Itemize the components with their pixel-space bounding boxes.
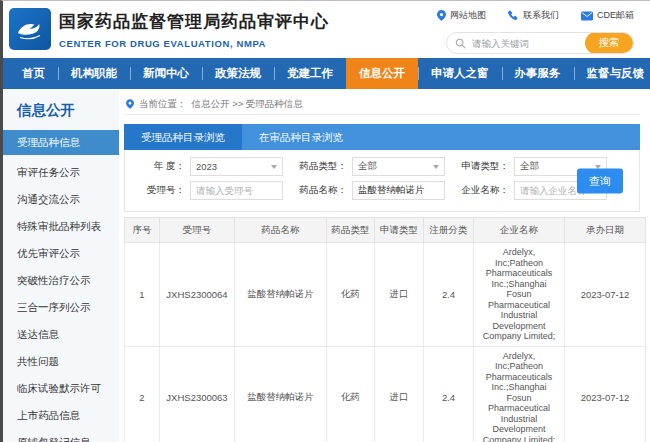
cell-acceptance-no: JXHS2300063 [160,346,235,442]
year-value: 2023 [196,161,217,172]
filter-row-2: 受理号： 药品名称： 企业名称： [131,181,633,200]
sidebar-item-communication[interactable]: 沟通交流公示 [3,186,119,213]
chevron-down-icon [271,165,277,169]
sidebar: 信息公开 受理品种信息 审评任务公示 沟通交流公示 特殊审批品种列表 优先审评公… [3,89,119,442]
filter-row-1: 年 度： 2023 药品类型： 全部 申请类型： 全部 [131,157,633,176]
col-apply-type: 申请类型 [375,218,424,243]
drug-name-field-wrap [352,181,445,200]
col-company: 企业名称 [474,218,565,243]
table-row: 2 JXHS2300063 盐酸替纳帕诺片 化药 进口 2.4 Ardelyx,… [125,346,646,442]
phone-icon [508,10,519,21]
sitemap-link[interactable]: 网站地图 [437,9,486,22]
col-drug-name: 药品名称 [235,218,327,243]
drug-type-select[interactable]: 全部 [352,157,445,176]
chevron-down-icon [433,165,439,169]
company-label: 企业名称： [455,184,509,197]
cell-drug-name: 盐酸替纳帕诺片 [235,346,327,442]
contact-link[interactable]: 联系我们 [508,9,559,22]
sidebar-item-delivery-info[interactable]: 送达信息 [3,321,119,348]
results-table: 序号 受理号 药品名称 药品类型 申请类型 注册分类 企业名称 承办日期 1 J… [124,217,646,442]
sidebar-item-three-in-one[interactable]: 三合一序列公示 [3,294,119,321]
main-panel: 当前位置： 信息公开 >> 受理品种信息 受理品种目录浏览 在审品种目录浏览 年… [119,89,650,442]
cell-date: 2023-07-12 [565,243,646,347]
location-pin-icon [437,10,446,21]
tab-bar: 受理品种目录浏览 在审品种目录浏览 [124,124,640,150]
content-area: 信息公开 受理品种信息 审评任务公示 沟通交流公示 特殊审批品种列表 优先审评公… [3,89,650,442]
drug-type-label: 药品类型： [293,160,347,173]
cell-reg-class: 2.4 [424,346,474,442]
cell-acceptance-no: JXHS2300064 [160,243,235,347]
col-reg-class: 注册分类 [424,218,474,243]
cell-drug-type: 化药 [327,243,375,347]
breadcrumb-prefix: 当前位置： [139,98,187,111]
sidebar-item-marketed-drugs[interactable]: 上市药品信息 [3,402,119,429]
sidebar-item-clinical-trial-implied-license[interactable]: 临床试验默示许可 [3,375,119,402]
acceptance-no-field-wrap [190,181,283,200]
search-input[interactable] [466,38,585,49]
nav-item-applicant-window[interactable]: 申请人之窗 [418,58,502,89]
col-drug-type: 药品类型 [327,218,375,243]
sidebar-title: 信息公开 [3,97,119,130]
cell-seq: 1 [125,243,160,347]
cde-logo [9,8,51,50]
nav-item-policies[interactable]: 政策法规 [202,58,274,89]
apply-type-value: 全部 [520,160,539,173]
cell-apply-type: 进口 [375,243,424,347]
nav-item-home[interactable]: 首页 [9,58,58,89]
acceptance-no-label: 受理号： [131,184,185,197]
cell-date: 2023-07-12 [565,346,646,442]
nav-item-party[interactable]: 党建工作 [274,58,346,89]
swan-logo-icon [13,12,47,46]
site-subtitle: CENTER FOR DRUG EVALUATION, NMPA [59,38,329,49]
site-title: 国家药品监督管理局药品审评中心 [59,10,329,33]
site-header: 国家药品监督管理局药品审评中心 CENTER FOR DRUG EVALUATI… [3,1,650,58]
sitemap-label: 网站地图 [450,9,486,22]
sidebar-item-special-approval[interactable]: 特殊审批品种列表 [3,213,119,240]
nav-item-supervision[interactable]: 监督与反馈 [574,58,650,89]
table-header-row: 序号 受理号 药品名称 药品类型 申请类型 注册分类 企业名称 承办日期 [125,218,646,243]
mail-icon [581,11,593,21]
tab-accepted-catalog[interactable]: 受理品种目录浏览 [124,124,242,150]
breadcrumb: 当前位置： 信息公开 >> 受理品种信息 [124,94,640,115]
table-row: 1 JXHS2300064 盐酸替纳帕诺片 化药 进口 2.4 Ardelyx,… [125,243,646,347]
mailbox-link[interactable]: CDE邮箱 [581,9,634,22]
sidebar-item-common-issues[interactable]: 共性问题 [3,348,119,375]
cell-drug-name: 盐酸替纳帕诺片 [235,243,327,347]
nav-item-functions[interactable]: 机构职能 [58,58,130,89]
cell-seq: 2 [125,346,160,442]
nav-item-news[interactable]: 新闻中心 [130,58,202,89]
acceptance-no-input[interactable] [196,185,277,196]
search-button[interactable]: 搜索 [585,32,633,54]
col-seq: 序号 [125,218,160,243]
tab-under-review-catalog[interactable]: 在审品种目录浏览 [242,124,360,150]
location-pin-icon [126,99,134,109]
sidebar-item-breakthrough-therapy[interactable]: 突破性治疗公示 [3,267,119,294]
year-label: 年 度： [131,160,185,173]
drug-name-label: 药品名称： [293,184,347,197]
mailbox-label: CDE邮箱 [597,9,634,22]
sidebar-item-excipient-registration[interactable]: 原辅包登记信息 [3,429,119,442]
sidebar-item-accepted-varieties[interactable]: 受理品种信息 [3,130,119,155]
site-search: 搜索 [446,32,634,54]
nav-item-info-disclosure[interactable]: 信息公开 [346,58,418,89]
nav-item-services[interactable]: 办事服务 [502,58,574,89]
quick-links: 网站地图 联系我们 CDE邮箱 [437,9,634,22]
cell-drug-type: 化药 [327,346,375,442]
breadcrumb-path: 信息公开 >> 受理品种信息 [192,98,303,111]
sidebar-item-review-tasks[interactable]: 审评任务公示 [3,159,119,186]
col-date: 承办日期 [565,218,646,243]
filter-form: 年 度： 2023 药品类型： 全部 申请类型： 全部 [124,150,640,212]
cell-apply-type: 进口 [375,346,424,442]
apply-type-label: 申请类型： [455,160,509,173]
cell-reg-class: 2.4 [424,243,474,347]
drug-type-value: 全部 [358,160,377,173]
col-acceptance-no: 受理号 [160,218,235,243]
cell-company: Ardelyx, Inc;Patheon Pharmaceuticals Inc… [474,346,565,442]
search-icon [455,38,466,49]
cell-company: Ardelyx, Inc;Patheon Pharmaceuticals Inc… [474,243,565,347]
brand-block: 国家药品监督管理局药品审评中心 CENTER FOR DRUG EVALUATI… [59,10,329,49]
query-button[interactable]: 查询 [577,168,623,193]
sidebar-item-priority-review[interactable]: 优先审评公示 [3,240,119,267]
drug-name-input[interactable] [358,185,439,196]
year-select[interactable]: 2023 [190,157,283,176]
